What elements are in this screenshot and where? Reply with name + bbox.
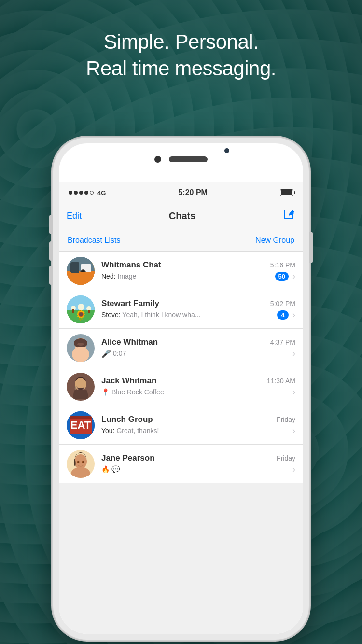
chevron-lunch: › bbox=[292, 426, 295, 436]
edit-button[interactable]: Edit bbox=[67, 211, 82, 221]
svg-rect-3 bbox=[67, 271, 95, 285]
svg-rect-17 bbox=[88, 310, 90, 313]
chat-item-jack[interactable]: Jack Whitman 11:30 AM 📍 Blue Rock Coffee… bbox=[59, 367, 303, 406]
avatar-whitmans bbox=[67, 257, 95, 285]
location-pin-icon: 📍 bbox=[101, 388, 110, 396]
nav-bar: Edit Chats bbox=[59, 203, 303, 229]
preview-line-jane: 🔥 💬 bbox=[101, 465, 120, 473]
chat-right-jane: › bbox=[292, 464, 295, 475]
badge-whitmans: 50 bbox=[275, 272, 289, 281]
chat-name-jane: Jane Pearson bbox=[101, 453, 155, 463]
chat-sender-lunch: You: bbox=[101, 427, 116, 434]
svg-text:EAT: EAT bbox=[70, 419, 91, 431]
compose-button[interactable] bbox=[283, 209, 295, 224]
chat-item-whitmans[interactable]: Whitmans Chat 5:16 PM Ned: Image 50 › bbox=[59, 252, 303, 290]
chat-name-whitmans: Whitmans Chat bbox=[101, 260, 161, 270]
status-bar: 4G 5:20 PM bbox=[59, 182, 303, 203]
chat-right-whitmans: 50 › bbox=[275, 271, 295, 281]
broadcast-lists-button[interactable]: Broadcast Lists bbox=[68, 236, 120, 245]
chat-content-alice: Alice Whitman 4:37 PM 🎤 0:07 › bbox=[101, 337, 295, 359]
whitmans-avatar-svg bbox=[67, 257, 95, 285]
svg-rect-5 bbox=[71, 264, 75, 267]
status-time: 5:20 PM bbox=[178, 188, 207, 197]
chat-time-jane: Friday bbox=[277, 454, 295, 462]
chat-time-whitmans: 5:16 PM bbox=[270, 261, 295, 269]
chat-right-jack: › bbox=[292, 387, 295, 397]
phone-top-bar bbox=[154, 156, 208, 163]
chat-msg-alice: 0:07 bbox=[113, 350, 126, 357]
signal-dot-2 bbox=[74, 191, 78, 195]
chat-name-alice: Alice Whitman bbox=[101, 337, 158, 347]
new-group-button[interactable]: New Group bbox=[255, 236, 294, 245]
tagline-line2: Real time messaging. bbox=[0, 56, 362, 82]
tagline-line1: Simple. Personal. bbox=[0, 29, 362, 56]
svg-rect-11 bbox=[67, 310, 95, 323]
preview-voice-alice: 🎤 0:07 bbox=[101, 349, 126, 358]
chat-list: Whitmans Chat 5:16 PM Ned: Image 50 › bbox=[59, 252, 303, 483]
battery-icon bbox=[280, 189, 293, 196]
phone-inner: 4G 5:20 PM Edit Chats bbox=[59, 143, 303, 634]
phone-shell: 4G 5:20 PM Edit Chats bbox=[53, 138, 309, 640]
chat-header-alice: Alice Whitman 4:37 PM bbox=[101, 337, 295, 347]
svg-rect-4 bbox=[70, 263, 79, 273]
chevron-jack: › bbox=[292, 387, 295, 397]
chat-item-alice[interactable]: Alice Whitman 4:37 PM 🎤 0:07 › bbox=[59, 329, 303, 367]
alice-avatar-svg bbox=[67, 334, 95, 362]
svg-point-22 bbox=[77, 343, 84, 346]
avatar-jane bbox=[67, 450, 95, 478]
avatar-stewart bbox=[67, 295, 95, 323]
chat-right-lunch: › bbox=[292, 426, 295, 436]
chats-title: Chats bbox=[169, 210, 196, 222]
chat-sender-whitmans: Ned: bbox=[101, 272, 117, 280]
chat-msg-jack: Blue Rock Coffee bbox=[111, 388, 164, 396]
signal-area: 4G bbox=[69, 189, 106, 196]
chat-name-jack: Jack Whitman bbox=[101, 376, 156, 386]
badge-stewart: 4 bbox=[277, 310, 289, 320]
chat-msg-whitmans: Image bbox=[117, 272, 136, 280]
chat-content-jack: Jack Whitman 11:30 AM 📍 Blue Rock Coffee… bbox=[101, 376, 295, 397]
chevron-alice: › bbox=[292, 349, 295, 359]
chat-header-lunch: Lunch Group Friday bbox=[101, 415, 295, 424]
chat-item-stewart[interactable]: Stewart Family 5:02 PM Steve: Yeah, I th… bbox=[59, 290, 303, 329]
signal-dot-4 bbox=[84, 191, 88, 195]
front-camera bbox=[224, 148, 229, 153]
svg-point-8 bbox=[80, 269, 86, 275]
svg-rect-13 bbox=[72, 309, 74, 313]
chat-preview-whitmans: Ned: Image 50 › bbox=[101, 271, 295, 281]
chevron-stewart: › bbox=[292, 310, 295, 320]
chevron-whitmans: › bbox=[292, 271, 295, 281]
chat-time-lunch: Friday bbox=[277, 416, 295, 423]
chevron-jane: › bbox=[292, 464, 295, 475]
chat-header-stewart: Stewart Family 5:02 PM bbox=[101, 299, 295, 308]
svg-point-35 bbox=[83, 461, 84, 462]
chat-time-stewart: 5:02 PM bbox=[270, 300, 295, 308]
tagline-container: Simple. Personal. Real time messaging. bbox=[0, 29, 362, 82]
svg-point-9 bbox=[81, 270, 85, 274]
chat-msg-lunch: Great, thanks! bbox=[116, 427, 159, 434]
svg-point-14 bbox=[78, 304, 84, 310]
avatar-jack bbox=[67, 373, 95, 401]
chat-preview-lunch: You: Great, thanks! › bbox=[101, 426, 295, 436]
avatar-alice bbox=[67, 334, 95, 362]
chat-content-stewart: Stewart Family 5:02 PM Steve: Yeah, I th… bbox=[101, 299, 295, 320]
lunch-avatar-svg: EAT bbox=[67, 411, 95, 439]
microphone-icon: 🎤 bbox=[101, 349, 111, 358]
signal-dot-1 bbox=[69, 191, 72, 195]
svg-rect-6 bbox=[76, 264, 78, 267]
svg-point-34 bbox=[78, 461, 79, 462]
chat-header-jane: Jane Pearson Friday bbox=[101, 453, 295, 463]
compose-icon bbox=[283, 209, 295, 221]
network-type: 4G bbox=[97, 189, 106, 196]
chat-item-lunch[interactable]: EAT Lunch Group Friday You: bbox=[59, 406, 303, 445]
chat-item-jane[interactable]: Jane Pearson Friday 🔥 💬 › bbox=[59, 445, 303, 483]
actions-row: Broadcast Lists New Group bbox=[59, 229, 303, 252]
camera-dot bbox=[154, 156, 161, 163]
avatar-stewart-bg bbox=[67, 295, 95, 323]
avatar-lunch: EAT bbox=[67, 411, 95, 439]
chat-preview-stewart: Steve: Yeah, I think I know wha... 4 › bbox=[101, 310, 295, 320]
chat-preview-jane: 🔥 💬 › bbox=[101, 464, 295, 475]
chat-name-stewart: Stewart Family bbox=[101, 299, 159, 308]
avatar-whitmans-bg bbox=[67, 257, 95, 285]
chat-msg-stewart: Yeah, I think I know wha... bbox=[122, 311, 200, 319]
chat-header-whitmans: Whitmans Chat 5:16 PM bbox=[101, 260, 295, 270]
